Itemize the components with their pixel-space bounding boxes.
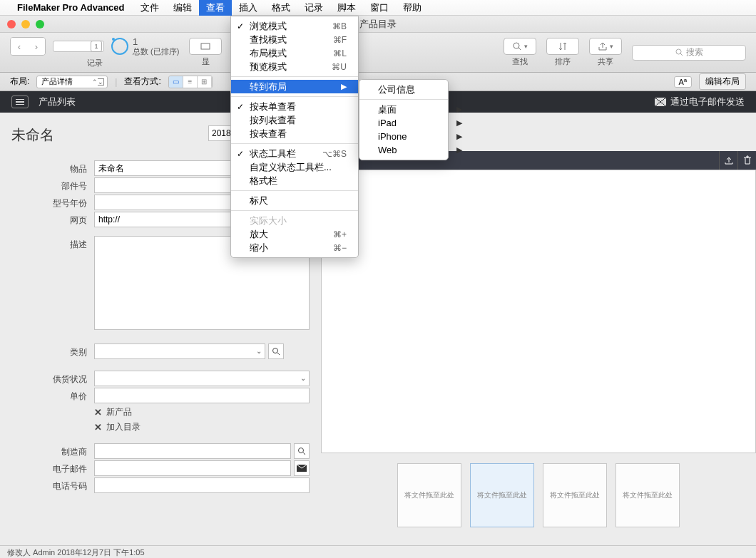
slider-knob[interactable]: 1	[91, 41, 102, 52]
menu-item[interactable]: ✓浏览模式⌘B	[231, 19, 358, 33]
layout-dropdown[interactable]: 产品详情⌃⌄	[36, 76, 108, 88]
menu-item[interactable]: ✓按表单查看	[231, 100, 358, 113]
menu-item[interactable]: 格式栏	[231, 174, 358, 187]
menu-item[interactable]: 按表查看	[231, 127, 358, 140]
menu-help[interactable]: 帮助	[396, 0, 429, 16]
chevron-down-icon: ⌄	[300, 374, 306, 382]
edit-layout-button[interactable]: 编辑布局	[699, 73, 746, 90]
search-icon	[512, 41, 522, 51]
menu-item[interactable]: 桌面▶	[359, 103, 474, 116]
nav-next-button[interactable]: ›	[28, 38, 45, 55]
menu-view[interactable]: 查看	[199, 0, 232, 16]
viewmode-label: 查看方式:	[124, 76, 160, 88]
menu-item[interactable]: iPhone▶	[359, 130, 474, 143]
record-count-text: 1 总数 (已排序)	[133, 36, 179, 57]
view-menu-dropdown: ✓浏览模式⌘B查找模式⌘F布局模式⌘L预览模式⌘U转到布局▶✓按表单查看按列表查…	[230, 16, 359, 258]
view-table-button[interactable]: ⊞	[198, 76, 212, 88]
menu-item[interactable]: 布局模式⌘L	[231, 46, 358, 60]
menu-item[interactable]: 缩小⌘−	[231, 241, 358, 254]
maximize-icon[interactable]	[36, 20, 44, 29]
app-name[interactable]: FileMaker Pro Advanced	[17, 2, 125, 13]
menu-item[interactable]: Web▶	[359, 143, 474, 157]
email-input[interactable]	[94, 460, 291, 476]
menu-file[interactable]: 文件	[133, 0, 166, 16]
records-caption: 记录	[87, 58, 103, 68]
manufacturer-input[interactable]	[94, 443, 291, 459]
svg-point-4	[299, 448, 304, 453]
checkbox-new-product[interactable]: ✕新产品	[94, 406, 310, 418]
menu-item[interactable]: 预览模式⌘U	[231, 60, 358, 73]
drop-zone[interactable]: 将文件拖至此处	[397, 463, 461, 527]
menu-item[interactable]: 放大⌘+	[231, 227, 358, 241]
find-button[interactable]: ▾	[504, 38, 536, 55]
menu-records[interactable]: 记录	[297, 0, 330, 16]
drop-zone[interactable]: 将文件拖至此处	[543, 463, 607, 527]
menu-item[interactable]: 查找模式⌘F	[231, 33, 358, 46]
delete-button[interactable]	[737, 151, 756, 170]
toolbar: ‹ › 1 1 总数 (已排序) 记录 显 记录 ▾ 查找 排序 ▾	[0, 33, 756, 73]
manufacturer-search-button[interactable]	[294, 443, 310, 459]
list-area	[321, 170, 756, 453]
menu-insert[interactable]: 插入	[232, 0, 265, 16]
view-form-button[interactable]: ▭	[169, 76, 183, 88]
chevron-down-icon: ⌄	[256, 347, 262, 355]
menu-item[interactable]: 自定义状态工具栏...	[231, 160, 358, 174]
upload-button[interactable]	[719, 151, 737, 170]
price-input[interactable]	[94, 388, 310, 403]
category-search-button[interactable]	[268, 343, 284, 359]
checkbox-mark: ✕	[94, 422, 102, 433]
content: 未命名 📅 物品 部件号 型号年份 网页 描述 类别⌄ 供货状况⌄ 单价 ✕新产…	[0, 113, 756, 545]
send-email-button[interactable]: 通过电子邮件发送	[655, 95, 745, 108]
share-section: ▾ 共享	[589, 38, 622, 67]
email-icon	[655, 98, 666, 106]
show-icon	[200, 41, 210, 51]
category-combo[interactable]: ⌄	[94, 343, 265, 359]
menu-format[interactable]: 格式	[265, 0, 297, 16]
label-item: 物品	[11, 160, 94, 175]
menu-window[interactable]: 窗口	[363, 0, 396, 16]
label-email: 电子邮件	[11, 460, 94, 475]
statusbar: 修改人 Admin 2018年12月7日 下午1:05	[0, 545, 756, 558]
minimize-icon[interactable]	[21, 20, 30, 29]
label-description: 描述	[11, 236, 94, 251]
menu-edit[interactable]: 编辑	[166, 0, 199, 16]
nav-prev-button[interactable]: ‹	[11, 38, 28, 55]
menu-item[interactable]: 转到布局▶	[231, 80, 358, 93]
window-title: 产品目录	[359, 18, 397, 31]
email-send-button[interactable]	[294, 460, 310, 476]
menu-icon[interactable]	[11, 95, 29, 108]
sort-section: 排序	[546, 38, 579, 67]
formatting-button[interactable]: Aª	[674, 76, 692, 88]
sort-button[interactable]	[546, 38, 579, 55]
checkbox-add-catalog[interactable]: ✕加入目录	[94, 421, 310, 433]
layout-label: 布局:	[10, 76, 29, 88]
phone-input[interactable]	[94, 477, 310, 493]
share-button[interactable]: ▾	[589, 38, 622, 55]
search-input[interactable]: 搜索	[632, 45, 746, 61]
drop-zone[interactable]: 将文件拖至此处	[615, 463, 680, 527]
menu-item[interactable]: 按列表查看	[231, 113, 358, 127]
drop-zones: 将文件拖至此处 将文件拖至此处 将文件拖至此处 将文件拖至此处	[321, 463, 756, 527]
search-icon	[675, 48, 683, 56]
svg-rect-0	[201, 43, 210, 49]
search-icon	[297, 447, 306, 455]
menu-item[interactable]: 公司信息	[359, 83, 474, 96]
drop-zone[interactable]: 将文件拖至此处	[470, 463, 534, 527]
view-list-button[interactable]: ≡	[183, 76, 198, 88]
records-nav-section: ‹ › 1 1 总数 (已排序) 记录	[10, 36, 179, 69]
record-count: 1 总数 (已排序)	[111, 36, 179, 57]
menu-item: 实际大小	[231, 214, 358, 227]
show-all-button[interactable]	[189, 38, 222, 55]
menu-item[interactable]: 标尺	[231, 194, 358, 207]
menu-item[interactable]: iPad▶	[359, 116, 474, 130]
close-icon[interactable]	[7, 20, 16, 29]
right-panel: 将文件拖至此处 将文件拖至此处 将文件拖至此处 将文件拖至此处	[321, 113, 756, 545]
label-model-year: 型号年份	[11, 195, 94, 210]
window-titlebar: 产品目录	[0, 16, 756, 33]
menu-item[interactable]: ✓状态工具栏⌥⌘S	[231, 147, 358, 160]
record-slider[interactable]: 1	[53, 41, 104, 52]
search-icon	[272, 347, 280, 356]
pie-icon[interactable]	[111, 38, 128, 55]
availability-combo[interactable]: ⌄	[94, 371, 310, 386]
menu-scripts[interactable]: 脚本	[330, 0, 363, 16]
